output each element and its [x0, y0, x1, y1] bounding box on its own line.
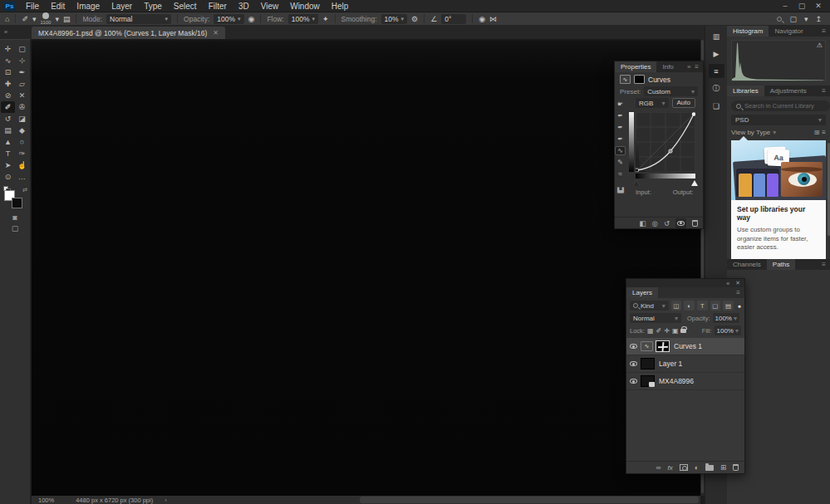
hand-tool[interactable]: ☝ — [15, 159, 29, 171]
close-document-icon[interactable]: ✕ — [213, 29, 219, 37]
edit-toolbar-icon[interactable]: … — [15, 171, 29, 183]
brush-settings-panel-icon[interactable]: ▥ — [709, 29, 724, 43]
delete-adjustment-icon[interactable] — [692, 220, 698, 227]
layer-blend-mode-select[interactable]: Normal ▾ — [630, 313, 681, 323]
layer-thumbnail[interactable] — [641, 358, 655, 369]
pen-tool[interactable]: ✑ — [15, 148, 29, 159]
brush-tool-preset-icon[interactable]: ✐ — [22, 15, 28, 23]
airbrush-icon[interactable]: ✦ — [322, 15, 329, 23]
lasso-tool[interactable]: ∿ — [1, 55, 15, 66]
tab-properties[interactable]: Properties — [615, 61, 656, 72]
search-icon[interactable] — [777, 17, 782, 22]
targeted-adjustment-icon[interactable]: ☛ — [615, 100, 626, 109]
menu-select[interactable]: Select — [168, 0, 203, 12]
delete-layer-icon[interactable] — [733, 464, 739, 471]
menu-help[interactable]: Help — [326, 0, 355, 12]
move-tool[interactable]: ✛ — [1, 43, 15, 55]
background-color-swatch[interactable] — [12, 198, 22, 208]
marquee-tool[interactable]: ▢ — [15, 43, 29, 55]
filter-adjustment-layers-icon[interactable]: ◐ — [684, 301, 695, 311]
panel-menu-icon[interactable]: ≡ — [736, 287, 744, 298]
layer-name[interactable]: MX4A8996 — [659, 377, 694, 385]
panel-menu-icon[interactable]: ≡ — [822, 259, 830, 270]
workspace-switcher-icon[interactable]: ▢ — [789, 15, 797, 23]
home-icon[interactable]: ⌂ — [5, 15, 9, 23]
collapse-panels-icon[interactable]: « — [0, 26, 12, 39]
pressure-opacity-icon[interactable]: ◉ — [248, 15, 255, 23]
layer-visibility-icon[interactable] — [630, 379, 637, 384]
quick-mask-icon[interactable]: ◙ — [0, 213, 30, 223]
edit-points-icon[interactable]: ∿ — [615, 146, 626, 155]
menu-filter[interactable]: Filter — [203, 0, 233, 12]
shadow-input-slider[interactable] — [633, 180, 640, 186]
eraser-tool[interactable]: ◪ — [15, 113, 29, 125]
minimize-button[interactable]: – — [778, 0, 792, 12]
menu-edit[interactable]: Edit — [45, 0, 71, 12]
menu-image[interactable]: Image — [71, 0, 106, 12]
grid-view-icon[interactable]: ⊞ — [814, 129, 820, 136]
brush-settings-panel-icon[interactable]: ▤ — [63, 15, 71, 23]
link-layers-icon[interactable]: ∞ — [656, 463, 661, 472]
view-by-type-dropdown[interactable]: View by Type — [731, 129, 770, 136]
smoothing-select[interactable]: 10%▾ — [381, 14, 408, 24]
document-tab[interactable]: MX4A8996-1.psd @ 100% (Curves 1, Layer M… — [32, 27, 225, 39]
layer-visibility-icon[interactable] — [630, 344, 637, 349]
horizontal-scrollbar[interactable] — [360, 497, 699, 503]
clone-source-panel-icon[interactable]: ❏ — [709, 99, 724, 113]
library-select[interactable]: PSD ▾ — [731, 115, 826, 125]
reset-adjustment-icon[interactable]: ↺ — [664, 219, 670, 228]
layer-mask-thumbnail[interactable] — [634, 75, 645, 84]
actions-panel-icon[interactable]: ▶ — [709, 46, 724, 61]
gray-point-eyedropper-icon[interactable]: ✒ — [615, 123, 626, 132]
clone-stamp-tool[interactable]: ✇ — [15, 101, 29, 113]
status-chevron-icon[interactable]: › — [165, 497, 167, 504]
object-selection-tool[interactable]: ⊹ — [15, 55, 29, 66]
history-brush-tool[interactable]: ↺ — [1, 113, 15, 125]
clip-to-layer-icon[interactable]: ◧ — [639, 219, 646, 228]
toggle-visibility-icon[interactable] — [675, 218, 686, 228]
layer-opacity-select[interactable]: 100%▾ — [713, 313, 739, 323]
tab-navigator[interactable]: Navigator — [769, 26, 808, 37]
layer-mask-thumbnail[interactable] — [656, 340, 670, 352]
type-tool[interactable]: T — [1, 148, 15, 159]
layer-filter-select[interactable]: Kind ▾ — [630, 301, 669, 311]
histogram-refresh-warning-icon[interactable]: ⚠ — [817, 42, 823, 49]
eyedropper-tool[interactable]: ✒ — [15, 66, 29, 78]
filter-shape-layers-icon[interactable]: ▢ — [710, 301, 721, 311]
close-panel-icon[interactable]: ✕ — [735, 280, 740, 286]
pressure-size-icon[interactable]: ◉ — [479, 15, 485, 23]
share-icon[interactable]: ↥ — [815, 15, 822, 23]
brush-size-preview[interactable]: 1100 — [41, 12, 52, 25]
menu-3d[interactable]: 3D — [233, 0, 255, 12]
filter-smart-objects-icon[interactable]: ▤ — [723, 301, 734, 311]
new-layer-icon[interactable]: ⊞ — [720, 463, 726, 472]
tab-channels[interactable]: Channels — [727, 259, 767, 270]
tab-histogram[interactable]: Histogram — [727, 26, 769, 37]
list-view-icon[interactable]: ≡ — [822, 129, 826, 136]
screen-mode-icon[interactable]: ▢ — [0, 223, 30, 234]
info-panel-icon[interactable]: ⓘ — [709, 81, 724, 95]
curves-graph[interactable] — [636, 112, 695, 172]
draw-curve-pencil-icon[interactable]: ✎ — [615, 158, 626, 167]
add-layer-mask-icon[interactable] — [680, 464, 688, 471]
lock-position-icon[interactable]: ✛ — [664, 327, 670, 335]
highlight-input-slider[interactable] — [691, 180, 698, 186]
panel-menu-icon[interactable]: ≡ — [822, 86, 830, 96]
curves-adjustment-thumbnail[interactable]: ∿ — [641, 341, 653, 351]
black-point-eyedropper-icon[interactable]: ✒ — [615, 111, 626, 120]
sharpen-tool[interactable]: ▲ — [1, 136, 15, 148]
histogram-options-icon[interactable]: ▙▟ — [617, 187, 623, 193]
restore-button[interactable]: ▢ — [795, 0, 808, 12]
layer-row-background-image[interactable]: MX4A8996 — [626, 373, 744, 390]
layer-style-icon[interactable]: fx — [668, 464, 673, 472]
brush-tool[interactable]: ✐ — [1, 101, 15, 113]
layer-thumbnail[interactable] — [641, 375, 655, 387]
swap-colors-icon[interactable]: ⇄ — [22, 187, 27, 193]
layer-visibility-icon[interactable] — [630, 361, 637, 366]
lock-transparency-icon[interactable]: ▦ — [647, 327, 654, 335]
channel-select[interactable]: RGB ▾ — [636, 98, 669, 108]
white-point-eyedropper-icon[interactable]: ✒ — [615, 135, 626, 144]
filter-type-layers-icon[interactable]: T — [697, 301, 708, 311]
filter-pixel-layers-icon[interactable]: ◫ — [671, 301, 682, 311]
lock-paint-icon[interactable]: ✐ — [656, 327, 662, 335]
